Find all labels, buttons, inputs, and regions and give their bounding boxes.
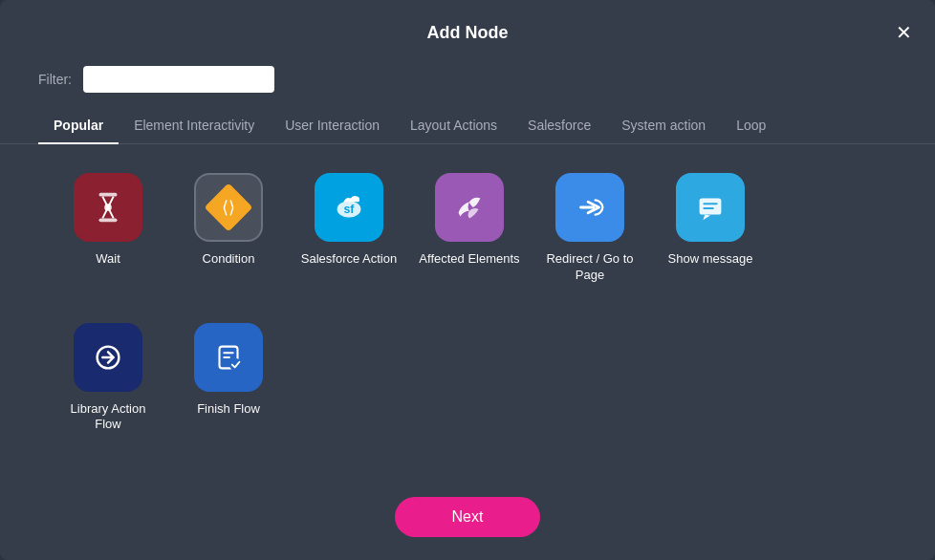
node-wait[interactable]: Wait: [57, 173, 159, 304]
redirect-icon: [555, 173, 624, 242]
node-finish-flow[interactable]: Finish Flow: [178, 323, 279, 454]
node-condition[interactable]: ⟨⟩ Condition: [178, 173, 279, 304]
diamond-shape: ⟨⟩: [205, 183, 253, 232]
tab-layout-actions[interactable]: Layout Actions: [395, 108, 512, 144]
modal-title: Add Node: [427, 23, 509, 43]
svg-rect-1: [99, 218, 118, 222]
affected-elements-icon: [435, 173, 504, 242]
wait-label: Wait: [96, 251, 120, 268]
svg-rect-12: [223, 356, 230, 358]
nodes-grid: Wait ⟨⟩ Condition sf Salesforce Action: [0, 144, 935, 482]
tab-salesforce[interactable]: Salesforce: [512, 108, 606, 144]
svg-rect-0: [99, 193, 118, 197]
next-button[interactable]: Next: [395, 497, 541, 537]
affected-elements-label: Affected Elements: [419, 251, 519, 268]
library-action-flow-icon: [74, 323, 142, 392]
show-message-label: Show message: [668, 251, 753, 268]
library-action-flow-label: Library Action Flow: [57, 401, 159, 434]
show-message-icon: [676, 173, 745, 242]
salesforce-label: Salesforce Action: [301, 251, 397, 268]
svg-rect-6: [700, 199, 722, 215]
tabs-bar: Popular Element Interactivity User Inter…: [0, 108, 935, 144]
salesforce-icon: sf: [315, 173, 383, 242]
tab-loop[interactable]: Loop: [721, 108, 781, 144]
tab-system-action[interactable]: System action: [606, 108, 721, 144]
modal-footer: Next: [0, 482, 935, 560]
svg-rect-7: [703, 203, 717, 205]
modal-header: Add Node ✕: [0, 0, 935, 58]
finish-flow-label: Finish Flow: [197, 401, 260, 418]
tab-user-interaction[interactable]: User Interaction: [270, 108, 395, 144]
node-show-message[interactable]: Show message: [660, 173, 761, 304]
node-library-action-flow[interactable]: Library Action Flow: [57, 323, 159, 454]
filter-input[interactable]: [83, 66, 274, 93]
svg-rect-8: [703, 207, 713, 209]
svg-rect-11: [223, 352, 233, 354]
condition-icon: ⟨⟩: [194, 173, 263, 242]
tab-element-interactivity[interactable]: Element Interactivity: [119, 108, 270, 144]
wait-icon: [74, 173, 142, 242]
tab-popular[interactable]: Popular: [38, 108, 119, 144]
filter-row: Filter:: [0, 58, 935, 108]
filter-label: Filter:: [38, 72, 72, 87]
node-salesforce-action[interactable]: sf Salesforce Action: [298, 173, 400, 304]
svg-text:sf: sf: [344, 203, 356, 216]
node-redirect[interactable]: Redirect / Go to Page: [539, 173, 641, 304]
svg-point-2: [104, 204, 112, 211]
diamond-icon: ⟨⟩: [222, 197, 235, 218]
redirect-label: Redirect / Go to Page: [539, 251, 641, 284]
finish-flow-icon: [194, 323, 263, 392]
add-node-modal: Add Node ✕ Filter: Popular Element Inter…: [0, 0, 935, 560]
condition-label: Condition: [203, 251, 255, 268]
close-button[interactable]: ✕: [892, 19, 916, 46]
node-affected-elements[interactable]: Affected Elements: [419, 173, 520, 304]
